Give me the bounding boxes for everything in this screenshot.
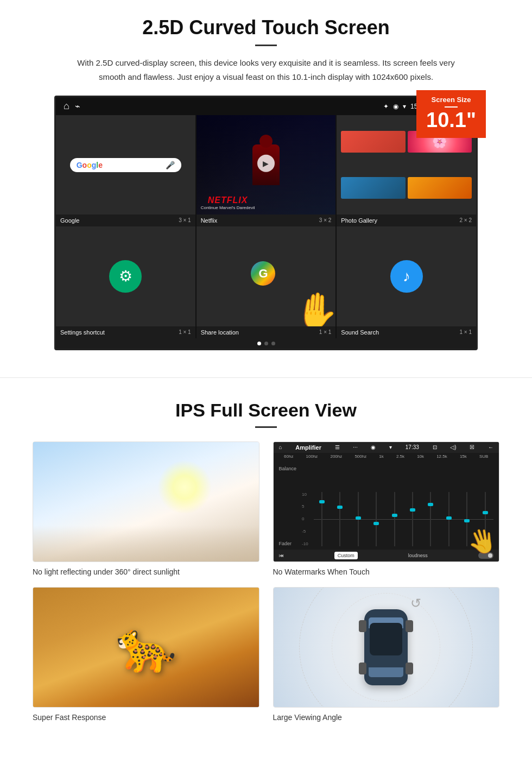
- amp-fader-label: Fader: [279, 541, 297, 546]
- car-top-view: ↺: [364, 609, 408, 685]
- daredevil-head: [259, 135, 273, 148]
- settings-app-cell[interactable]: ⚙: [56, 226, 195, 326]
- settings-app-inner: ⚙: [56, 226, 195, 326]
- amp-freq-sub: SUB: [479, 454, 488, 459]
- ips-section: IPS Full Screen View No light reflecting…: [0, 394, 532, 738]
- amp-track-6: [412, 492, 413, 546]
- google-label-size: 3 × 1: [179, 217, 191, 224]
- car-rear-window: [369, 667, 403, 677]
- section1-title: 2.5D Curved Touch Screen: [33, 16, 499, 39]
- cheetah-img-box: 🐆: [33, 587, 259, 708]
- amp-track-7: [430, 492, 431, 546]
- sound-search-app-inner: ♪: [337, 226, 476, 326]
- cheetah-image: 🐆: [33, 588, 259, 707]
- sound-label: Sound Search 1 × 1: [337, 326, 476, 338]
- bluetooth-icon: ✦: [383, 103, 389, 110]
- amp-handle-6: [410, 508, 415, 512]
- gallery-label: Photo Gallery 2 × 2: [337, 215, 476, 226]
- netflix-app-cell[interactable]: ▶ NETFLIX Continue Marvel's Daredevil: [197, 115, 336, 215]
- car-wheel-front-left: [359, 620, 366, 632]
- amp-freq-15k: 15k: [460, 454, 467, 459]
- google-label: Google 3 × 1: [56, 215, 195, 226]
- amp-handle-9: [464, 519, 470, 522]
- maps-icon: G: [251, 261, 281, 291]
- ips-grid: No light reflecting under 360° direct su…: [33, 441, 499, 722]
- sunlight-item: No light reflecting under 360° direct su…: [33, 441, 259, 576]
- sound-search-app-cell[interactable]: ♪: [337, 226, 476, 326]
- google-mic-icon: 🎤: [166, 161, 175, 169]
- amp-freq-25k: 2.5k: [396, 454, 404, 459]
- car-image: ↺: [274, 588, 499, 707]
- amp-handle-8: [446, 516, 452, 520]
- amp-handle-1: [319, 500, 325, 503]
- sunlight-caption: No light reflecting under 360° direct su…: [33, 567, 259, 576]
- settings-label-size: 1 × 1: [179, 329, 191, 336]
- usb-icon: ⌁: [75, 101, 80, 111]
- music-note-icon: ♪: [403, 268, 410, 285]
- amp-time: 17:33: [406, 444, 419, 450]
- dot-3: [271, 342, 275, 345]
- amp-freq-1k: 1k: [379, 454, 383, 459]
- netflix-label-size: 3 × 2: [319, 217, 332, 224]
- gallery-thumb-blue: [341, 177, 405, 199]
- share-label: Share location 1 × 1: [197, 326, 336, 338]
- section1-description: With 2.5D curved-display screen, this de…: [76, 56, 456, 84]
- car-roof: [370, 623, 402, 655]
- status-bar-left: ⌂ ⌁: [64, 100, 80, 112]
- app-grid-bottom: ⚙ G 🤚: [56, 226, 476, 326]
- gallery-thumb-red: [341, 131, 405, 153]
- amp-track-2: [339, 492, 340, 546]
- dot-1: [257, 342, 261, 345]
- amp-freq-100: 100hz: [306, 454, 318, 459]
- amp-camera-icon2: ⊡: [433, 444, 437, 450]
- amp-loudness-label: loudness: [408, 553, 428, 558]
- car-wheel-front-right: [406, 620, 413, 632]
- amp-dots-icon: ···: [353, 444, 357, 450]
- car-item: ↺ Large Viewing Angle: [273, 587, 500, 722]
- share-location-app-cell[interactable]: G 🤚: [197, 226, 336, 326]
- google-app-cell[interactable]: Google 🎤: [56, 115, 195, 215]
- amp-slider-2: [332, 492, 348, 546]
- amplifier-image: ⌂ Amplifier ☰ ··· ◉ ▾ 17:33 ⊡ ◁) ☒ ←: [274, 442, 499, 562]
- car-body: ↺: [364, 609, 408, 685]
- gallery-label-size: 2 × 2: [459, 217, 472, 224]
- google-logo: Google: [77, 161, 103, 169]
- sound-search-icon: ♪: [390, 260, 423, 293]
- sunlight-image: [33, 442, 259, 562]
- settings-label-name: Settings shortcut: [60, 329, 105, 336]
- amp-custom-button[interactable]: Custom: [334, 552, 358, 559]
- gear-icon: ⚙: [119, 267, 132, 285]
- amp-track-4: [376, 492, 377, 546]
- amp-scale: 10 5 0 -5 -10: [301, 492, 309, 546]
- share-label-size: 1 × 1: [319, 329, 332, 336]
- amp-scale-neg5: -5: [302, 529, 308, 534]
- app-labels-row-2: Settings shortcut 1 × 1 Share location 1…: [56, 326, 476, 338]
- amp-slider-bars: 🖐: [314, 492, 493, 546]
- amp-handle-3: [356, 516, 361, 520]
- sound-label-size: 1 × 1: [459, 329, 472, 336]
- amp-freq-200: 200hz: [330, 454, 342, 459]
- google-search-bar: Google 🎤: [70, 158, 181, 172]
- amp-labels: Balance Fader: [279, 463, 297, 546]
- settings-label: Settings shortcut 1 × 1: [56, 326, 195, 338]
- amp-scale-10: 10: [302, 492, 308, 497]
- home-icon: ⌂: [64, 100, 69, 112]
- amp-slider-5: [386, 492, 402, 546]
- amp-location-icon: ◉: [371, 444, 376, 450]
- amp-topbar: ⌂ Amplifier ☰ ··· ◉ ▾ 17:33 ⊡ ◁) ☒ ←: [274, 442, 499, 453]
- cheetah-emoji: 🐆: [116, 619, 176, 676]
- amp-vol-icon2: ◁): [450, 444, 456, 450]
- gallery-thumb-orange: [408, 177, 472, 199]
- share-location-app-inner: G 🤚: [197, 226, 336, 326]
- car-wheel-rear-right: [406, 663, 413, 674]
- settings-icon: ⚙: [109, 260, 142, 293]
- cheetah-caption: Super Fast Response: [33, 713, 259, 722]
- play-button[interactable]: ▶: [257, 154, 275, 172]
- netflix-label-name: Netflix: [201, 217, 218, 224]
- netflix-overlay: NETFLIX Continue Marvel's Daredevil: [201, 195, 255, 210]
- amp-slider-1: [314, 492, 330, 546]
- screen-size-badge: Screen Size 10.1": [416, 90, 486, 138]
- amp-wifi-icon: ▾: [389, 444, 392, 450]
- amp-scale-5: 5: [302, 504, 308, 509]
- curved-touch-section: 2.5D Curved Touch Screen With 2.5D curve…: [0, 0, 532, 361]
